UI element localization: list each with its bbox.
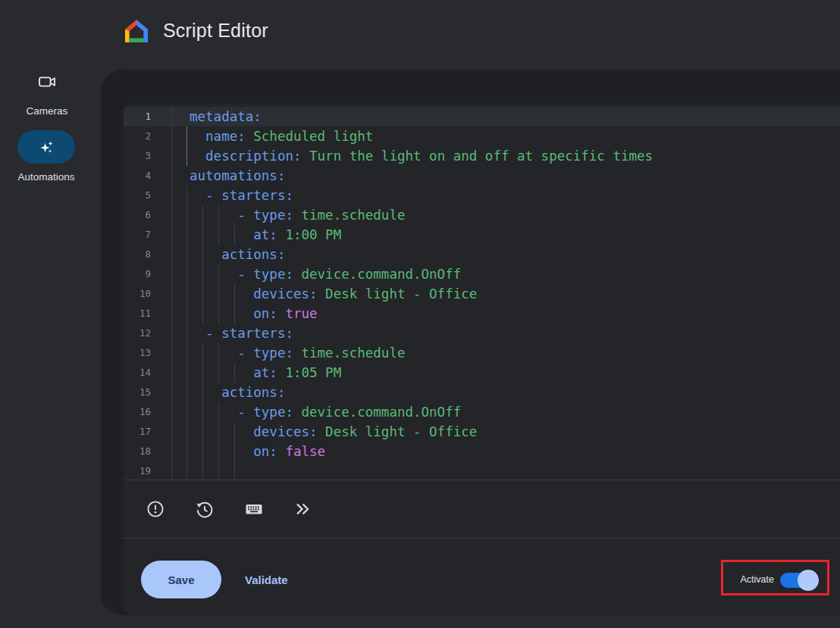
google-home-logo bbox=[123, 17, 150, 45]
code-line[interactable]: 6 - type: time.schedule bbox=[124, 205, 840, 225]
code-line-content: - starters: bbox=[172, 323, 840, 343]
code-line[interactable]: 14 at: 1:05 PM bbox=[124, 363, 840, 383]
code-line-content: - type: device.command.OnOff bbox=[172, 264, 840, 284]
expand-icon[interactable] bbox=[293, 499, 313, 519]
line-number: 1 bbox=[124, 107, 172, 127]
camera-icon[interactable] bbox=[37, 72, 57, 92]
script-editor-card: 1metadata:2 name: Scheduled light3 descr… bbox=[124, 104, 840, 614]
line-number: 5 bbox=[124, 186, 172, 205]
main-panel: 1metadata:2 name: Scheduled light3 descr… bbox=[101, 70, 840, 615]
line-number: 13 bbox=[124, 343, 172, 363]
code-line[interactable]: 12 - starters: bbox=[124, 323, 840, 343]
code-line-content: automations: bbox=[172, 166, 840, 186]
code-line[interactable]: 17 devices: Desk light - Office bbox=[124, 422, 840, 442]
line-number: 9 bbox=[124, 264, 172, 284]
code-line[interactable]: 16 - type: device.command.OnOff bbox=[124, 402, 840, 422]
page-title: Script Editor bbox=[163, 20, 268, 42]
sparkle-icon bbox=[37, 138, 55, 156]
code-line[interactable]: 15 actions: bbox=[124, 383, 840, 402]
code-line[interactable]: 3 description: Turn the light on and off… bbox=[124, 146, 840, 166]
keyboard-icon[interactable] bbox=[244, 499, 264, 519]
line-number: 14 bbox=[124, 363, 172, 383]
code-line-content: at: 1:05 PM bbox=[172, 363, 840, 383]
line-number: 3 bbox=[124, 146, 172, 166]
save-button[interactable]: Save bbox=[141, 561, 221, 598]
code-line-content: - type: device.command.OnOff bbox=[172, 402, 840, 422]
code-line-content bbox=[172, 461, 840, 481]
line-number: 18 bbox=[124, 442, 172, 461]
line-number: 2 bbox=[124, 127, 172, 146]
code-line[interactable]: 10 devices: Desk light - Office bbox=[124, 284, 840, 304]
problems-icon[interactable] bbox=[146, 499, 165, 519]
line-number: 8 bbox=[124, 245, 172, 264]
code-line-content: devices: Desk light - Office bbox=[172, 422, 840, 442]
code-line-content: name: Scheduled light bbox=[172, 127, 840, 146]
code-line[interactable]: 1metadata: bbox=[124, 107, 840, 127]
code-line[interactable]: 8 actions: bbox=[124, 245, 840, 264]
code-line-content: metadata: bbox=[172, 107, 840, 127]
line-number: 11 bbox=[124, 304, 172, 323]
code-line-content: - type: time.schedule bbox=[172, 343, 840, 363]
code-editor[interactable]: 1metadata:2 name: Scheduled light3 descr… bbox=[124, 104, 840, 480]
line-number: 19 bbox=[124, 461, 172, 481]
code-line-content: - type: time.schedule bbox=[172, 205, 840, 225]
code-line-content: on: false bbox=[172, 442, 840, 461]
line-number: 4 bbox=[124, 166, 172, 186]
code-line-content: on: true bbox=[172, 304, 840, 323]
history-icon[interactable] bbox=[195, 499, 215, 519]
validate-button[interactable]: Validate bbox=[237, 561, 296, 598]
code-line[interactable]: 7 at: 1:00 PM bbox=[124, 225, 840, 245]
code-line-content: - starters: bbox=[172, 186, 840, 205]
sidebar-item-cameras[interactable]: Cameras bbox=[0, 105, 94, 117]
code-line[interactable]: 18 on: false bbox=[124, 442, 840, 461]
code-line-content: at: 1:00 PM bbox=[172, 225, 840, 245]
line-number: 10 bbox=[124, 284, 172, 304]
code-line[interactable]: 2 name: Scheduled light bbox=[124, 127, 840, 146]
code-line[interactable]: 13 - type: time.schedule bbox=[124, 343, 840, 363]
sidebar-item-automations[interactable] bbox=[17, 130, 75, 164]
editor-toolbar bbox=[124, 480, 840, 539]
annotation-highlight-box bbox=[721, 560, 829, 595]
code-line[interactable]: 4automations: bbox=[124, 166, 840, 186]
line-number: 17 bbox=[124, 422, 172, 442]
code-line-content: devices: Desk light - Office bbox=[172, 284, 840, 304]
code-line[interactable]: 19 bbox=[124, 461, 840, 481]
line-number: 15 bbox=[124, 383, 172, 402]
line-number: 16 bbox=[124, 402, 172, 422]
code-line-content: description: Turn the light on and off a… bbox=[172, 146, 840, 166]
sidebar-item-automations-label[interactable]: Automations bbox=[0, 171, 93, 183]
code-line[interactable]: 9 - type: device.command.OnOff bbox=[124, 264, 840, 284]
code-line[interactable]: 11 on: true bbox=[124, 304, 840, 323]
line-number: 7 bbox=[124, 225, 172, 245]
code-line-content: actions: bbox=[172, 245, 840, 264]
code-line-content: actions: bbox=[172, 383, 840, 402]
code-line[interactable]: 5 - starters: bbox=[124, 186, 840, 205]
line-number: 6 bbox=[124, 205, 172, 225]
line-number: 12 bbox=[124, 323, 172, 343]
